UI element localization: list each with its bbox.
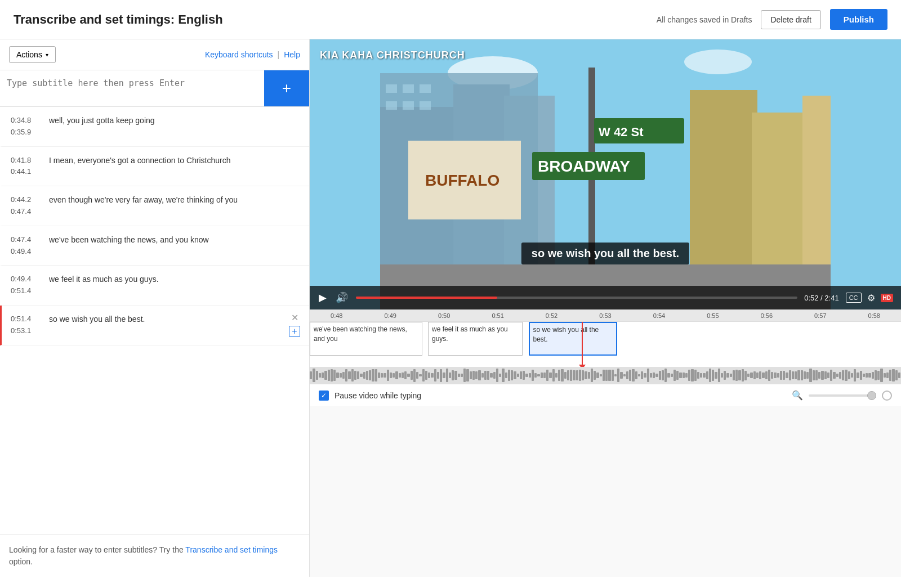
search-icon: 🔍 — [792, 390, 803, 401]
time-start: 0:44.2 — [11, 194, 43, 206]
pause-label: Pause video while typing — [334, 391, 421, 400]
time-display: 0:52 / 2:41 — [804, 294, 838, 302]
tick: 0:54 — [632, 312, 686, 319]
tick: 0:53 — [578, 312, 632, 319]
video-scene-svg: BUFFALO BROADWAY W 42 St — [310, 39, 901, 309]
tick: 0:52 — [525, 312, 578, 319]
circle-icon — [882, 390, 892, 401]
timeline-clips: we've been watching the news, and you we… — [310, 322, 901, 367]
subtitle-times: 0:34.8 0:35.9 — [11, 115, 43, 138]
time-end: 0:51.4 — [11, 285, 43, 297]
subtitle-text: well, you just gotta keep going — [43, 115, 300, 127]
subtitle-text: we've been watching the news, and you kn… — [43, 234, 300, 246]
time-start: 0:47.4 — [11, 234, 43, 246]
bottom-controls: ✓ Pause video while typing 🔍 — [310, 384, 901, 406]
list-item: 0:44.2 0:47.4 even though we're very far… — [0, 186, 309, 226]
tick: 0:56 — [740, 312, 793, 319]
svg-rect-12 — [420, 101, 431, 110]
progress-bar[interactable] — [356, 297, 797, 299]
publish-button[interactable]: Publish — [830, 9, 887, 30]
subtitle-input-row: + — [0, 70, 309, 107]
subtitle-times: 0:51.4 0:53.1 — [11, 313, 43, 337]
subtitle-input[interactable] — [0, 70, 264, 106]
list-item-active: 0:51.4 0:53.1 so we wish you all the bes… — [0, 306, 309, 345]
svg-rect-7 — [386, 84, 397, 93]
time-end: 0:35.9 — [11, 127, 43, 138]
time-start: 0:51.4 — [11, 313, 43, 325]
tick: 0:57 — [793, 312, 847, 319]
svg-text:BROADWAY: BROADWAY — [538, 158, 630, 175]
time-start: 0:41.8 — [11, 155, 43, 167]
svg-rect-9 — [420, 84, 431, 93]
waveform-bars — [310, 367, 901, 384]
current-time: 0:52 — [804, 294, 818, 302]
pause-checkbox[interactable]: ✓ — [319, 390, 329, 401]
time-end: 0:53.1 — [11, 325, 43, 337]
page-title: Transcribe and set timings: English — [14, 12, 223, 27]
timeline-clip[interactable]: we've been watching the news, and you — [310, 322, 422, 356]
list-item: 0:47.4 0:49.4 we've been watching the ne… — [0, 226, 309, 266]
svg-text:BUFFALO: BUFFALO — [425, 172, 499, 189]
video-subtitle-overlay: so we wish you all the best. — [521, 243, 689, 264]
tick: 0:50 — [417, 312, 471, 319]
keyboard-shortcuts-link[interactable]: Keyboard shortcuts — [205, 50, 273, 59]
progress-fill — [356, 297, 497, 299]
subtitle-text: so we wish you all the best. — [43, 313, 284, 325]
list-item: 0:49.4 0:51.4 we feel it as much as you … — [0, 266, 309, 306]
right-panel: BUFFALO BROADWAY W 42 St KIA K — [310, 39, 901, 577]
video-overlay-title: KIA KAHA CHRISTCHURCH — [320, 50, 465, 61]
tick: 0:55 — [686, 312, 739, 319]
subtitle-times: 0:49.4 0:51.4 — [11, 273, 43, 297]
settings-button[interactable]: ⚙ — [867, 293, 875, 303]
svg-text:W 42 St: W 42 St — [599, 125, 644, 139]
tick: 0:49 — [363, 312, 417, 319]
tick: 0:58 — [848, 312, 901, 319]
time-end: 0:47.4 — [11, 206, 43, 218]
left-toolbar: Actions ▾ Keyboard shortcuts | Help — [0, 39, 309, 70]
svg-point-2 — [684, 50, 752, 74]
timeline-clip[interactable]: we feel it as much as you guys. — [428, 322, 523, 356]
video-scene: BUFFALO BROADWAY W 42 St KIA K — [310, 39, 901, 309]
actions-button[interactable]: Actions ▾ — [9, 46, 56, 63]
add-subtitle-button[interactable]: + — [264, 70, 309, 106]
divider: | — [278, 50, 280, 59]
transcribe-link[interactable]: Transcribe and set timings — [185, 545, 278, 554]
main-content: Actions ▾ Keyboard shortcuts | Help + 0:… — [0, 39, 901, 577]
delete-draft-button[interactable]: Delete draft — [761, 10, 820, 29]
subtitles-list: 0:34.8 0:35.9 well, you just gotta keep … — [0, 107, 309, 535]
zoom-row: 🔍 — [792, 390, 892, 401]
video-controls: ▶ 🔊 0:52 / 2:41 CC ⚙ HD — [310, 286, 901, 309]
tick: 0:51 — [471, 312, 524, 319]
top-bar-actions: All changes saved in Drafts Delete draft… — [657, 9, 887, 30]
volume-button[interactable]: 🔊 — [334, 290, 349, 305]
tick: 0:48 — [310, 312, 363, 319]
video-controls-right: CC ⚙ HD — [846, 293, 893, 303]
hint-prefix: Looking for a faster way to enter subtit… — [9, 545, 185, 554]
time-end: 0:49.4 — [11, 246, 43, 258]
video-wrapper: BUFFALO BROADWAY W 42 St KIA K — [310, 39, 901, 309]
timeline-area: 0:48 0:49 0:50 0:51 0:52 0:53 0:54 0:55 … — [310, 309, 901, 384]
subtitle-times: 0:41.8 0:44.1 — [11, 155, 43, 178]
top-bar: Transcribe and set timings: English All … — [0, 0, 901, 39]
hd-badge: HD — [881, 294, 893, 302]
bottom-hint: Looking for a faster way to enter subtit… — [0, 535, 309, 577]
timeline-clip-active[interactable]: so we wish you all the best. — [529, 322, 618, 356]
waveform — [310, 367, 901, 384]
playhead — [582, 322, 583, 367]
remove-subtitle-button[interactable]: ✕ — [289, 313, 300, 322]
cc-button[interactable]: CC — [846, 293, 862, 303]
time-end: 0:44.1 — [11, 166, 43, 178]
list-item: 0:41.8 0:44.1 I mean, everyone's got a c… — [0, 147, 309, 187]
shortcuts-help-row: Keyboard shortcuts | Help — [205, 50, 300, 59]
subtitle-item-actions: ✕ + — [289, 313, 300, 337]
saved-status: All changes saved in Drafts — [657, 15, 752, 24]
add-subtitle-below-button[interactable]: + — [289, 326, 300, 337]
subtitle-text: we feel it as much as you guys. — [43, 273, 300, 285]
timeline-ruler: 0:48 0:49 0:50 0:51 0:52 0:53 0:54 0:55 … — [310, 310, 901, 322]
time-start: 0:34.8 — [11, 115, 43, 127]
svg-rect-10 — [386, 101, 397, 110]
zoom-slider[interactable] — [809, 394, 876, 397]
zoom-knob[interactable] — [867, 391, 876, 400]
help-link[interactable]: Help — [284, 50, 300, 59]
play-button[interactable]: ▶ — [318, 290, 328, 305]
